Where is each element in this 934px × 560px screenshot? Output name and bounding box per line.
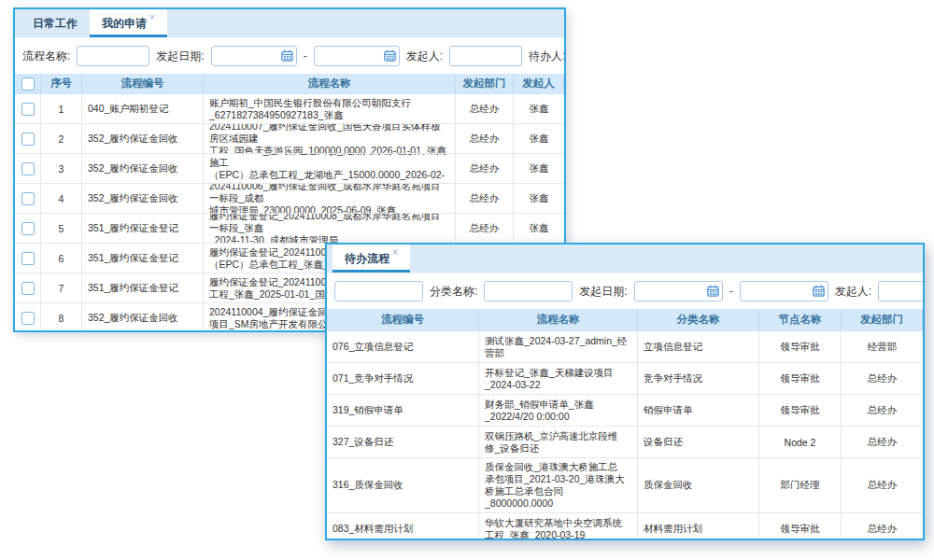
col-process-name: 流程名称 xyxy=(479,309,638,331)
todo-filterbar: 分类名称: 发起日期: - 发起人: xyxy=(327,273,923,309)
initiator-label: 发起人: xyxy=(406,49,443,64)
calendar-icon[interactable] xyxy=(813,285,825,297)
process-name-label: 流程名称: xyxy=(22,49,70,64)
calendar-icon[interactable] xyxy=(384,49,396,62)
row-checkbox[interactable] xyxy=(21,282,35,295)
tab-label: 待办流程 xyxy=(345,251,389,267)
process-name-input[interactable] xyxy=(334,281,423,301)
date-range-separator: - xyxy=(304,49,307,63)
table-row[interactable]: 3 352_履约保证金回收 2024110008_履约保证金回收_龙湖天街城1区… xyxy=(15,154,564,184)
row-checkbox[interactable] xyxy=(21,222,35,235)
todo-table: 流程编号 流程名称 分类名称 节点名称 发起部门 076_立项信息登记 测试张鑫… xyxy=(327,309,923,540)
calendar-icon[interactable] xyxy=(281,49,293,62)
initiator-label: 发起人: xyxy=(835,284,871,300)
col-process-code: 流程编号 xyxy=(327,309,479,331)
category-name-input[interactable] xyxy=(484,281,573,301)
my-requests-filterbar: 流程名称: 发起日期: - 发起人: 待办人: xyxy=(15,38,564,74)
tab-my-requests[interactable]: 我的申请 × xyxy=(90,9,167,37)
date-range-separator: - xyxy=(729,285,733,298)
col-dept: 发起部门 xyxy=(456,74,514,94)
assignee-label: 待办人: xyxy=(529,49,564,64)
start-date-to-field xyxy=(740,281,828,301)
row-checkbox[interactable] xyxy=(21,192,35,205)
start-date-to-field xyxy=(314,46,400,66)
start-date-label: 发起日期: xyxy=(579,284,627,300)
table-row[interactable]: 071_竞争对手情况 开标登记_张鑫_天梯建设项目 _2024-03-22 竞争… xyxy=(327,363,923,395)
tab-label: 我的申请 xyxy=(102,16,147,32)
tab-label: 日常工作 xyxy=(33,16,78,32)
table-row[interactable]: 5 351_履约保证金登记 履约保证金登记_2024110008_成都水岸华庭名… xyxy=(15,214,564,244)
category-name-label: 分类名称: xyxy=(430,284,477,300)
my-requests-tabbar: 日常工作 我的申请 × xyxy=(15,9,564,38)
initiator-input[interactable] xyxy=(449,46,522,66)
todo-tabbar: 待办流程 × xyxy=(327,245,923,273)
start-date-from-field xyxy=(634,281,723,301)
col-dept: 发起部门 xyxy=(842,309,923,331)
table-row[interactable]: 2 352_履约保证金回收 2024110007_履约保证金回收_国色天香项目实… xyxy=(15,124,564,154)
table-row[interactable]: 327_设备归还 双钢压路机_京沪高速北京段维 修_设备归还 设备归还 Node… xyxy=(327,427,923,458)
select-all-checkbox[interactable] xyxy=(21,77,35,91)
initiator-input[interactable] xyxy=(878,281,923,301)
start-date-label: 发起日期: xyxy=(156,49,204,64)
tab-todo-processes[interactable]: 待办流程 × xyxy=(333,245,410,273)
row-checkbox[interactable] xyxy=(21,162,35,175)
start-date-from-field xyxy=(211,46,297,66)
close-icon[interactable]: × xyxy=(392,247,398,258)
table-row[interactable]: 083_材料需用计划 华软大厦研究基地中央空调系统 工程_张鑫_2020-03-… xyxy=(327,513,923,540)
col-category-name: 分类名称 xyxy=(638,309,759,331)
row-checkbox[interactable] xyxy=(21,312,35,325)
row-checkbox[interactable] xyxy=(21,103,35,116)
table-row[interactable]: 4 352_履约保证金回收 2024110006_履约保证金回收_成都水岸华庭名… xyxy=(15,184,564,214)
table-row[interactable]: 076_立项信息登记 测试张鑫_2024-03-27_admin_经 营部 立项… xyxy=(327,331,923,363)
col-node-name: 节点名称 xyxy=(759,309,842,331)
table-header: 流程编号 流程名称 分类名称 节点名称 发起部门 xyxy=(327,309,923,331)
col-no: 序号 xyxy=(41,74,82,94)
col-process-code: 流程编号 xyxy=(82,74,204,94)
table-header: 序号 流程编号 流程名称 发起部门 发起人 xyxy=(15,74,564,94)
todo-window: 待办流程 × 分类名称: 发起日期: - 发起人: 流程编号 流程名称 分类名称… xyxy=(325,243,925,540)
col-initiator: 发起人 xyxy=(514,74,564,94)
calendar-icon[interactable] xyxy=(707,285,719,297)
col-process-name: 流程名称 xyxy=(204,74,456,94)
row-checkbox[interactable] xyxy=(21,133,35,146)
table-row[interactable]: 1 040_账户期初登记 账户期初_中国民生银行股份有限公司朝阳支行 _6271… xyxy=(15,94,564,124)
close-icon[interactable]: × xyxy=(149,12,155,22)
tab-daily-work[interactable]: 日常工作 xyxy=(21,9,90,37)
row-checkbox[interactable] xyxy=(21,252,35,265)
table-row[interactable]: 316_质保金回收 质保金回收_港珠澳大桥施工总 承包项目_2021-03-20… xyxy=(327,458,923,513)
table-row[interactable]: 319_销假申请单 财务部_销假申请单_张鑫 _2022/4/20 0:00:0… xyxy=(327,395,923,427)
process-name-input[interactable] xyxy=(77,46,149,66)
